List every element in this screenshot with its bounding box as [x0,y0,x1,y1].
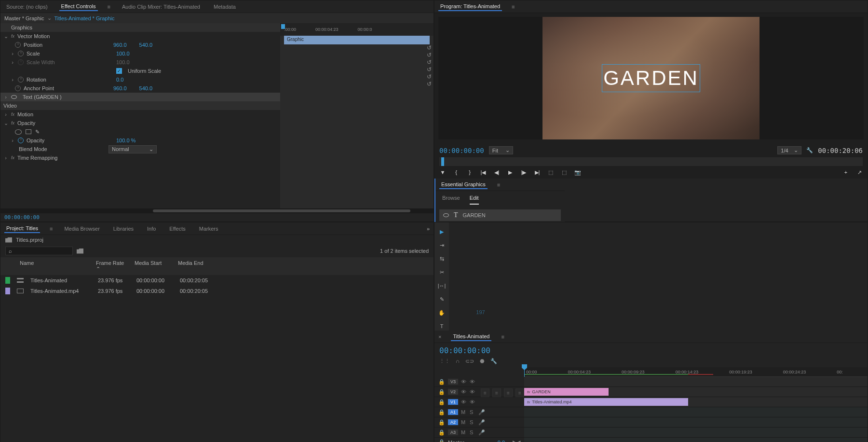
solo-icon[interactable]: S [470,419,475,425]
tab-info[interactable]: Info [145,225,158,233]
justify-icon[interactable]: ≡ [504,388,513,397]
track-v1[interactable]: V1 [448,399,458,405]
master-vol[interactable]: 0.0 [498,440,505,442]
scale-h[interactable]: 197 [476,309,485,315]
tab-media[interactable]: Media Browser [62,225,101,233]
lock-icon[interactable]: 🔒 [438,419,445,426]
track-v2[interactable]: V2 [448,389,458,395]
fit-select[interactable]: Fit⌄ [489,146,513,154]
tab-audio-mixer[interactable]: Audio Clip Mixer: Titles-Animated [120,3,202,11]
eye-icon[interactable]: 👁 [470,379,475,385]
blend-mode-select[interactable]: Normal⌄ [108,145,157,153]
stopwatch-icon[interactable] [18,77,24,83]
mute-icon[interactable]: M [461,409,467,415]
folder-icon[interactable] [5,237,12,243]
color-tag[interactable] [5,277,10,284]
position-x[interactable]: 960.0 [113,42,127,48]
caret-icon[interactable]: › [3,155,8,161]
playhead-handle[interactable] [281,24,285,29]
caret-icon[interactable]: › [3,111,8,117]
caret-icon[interactable]: › [10,77,15,83]
from-to-icon[interactable]: ▶◀ [513,439,520,442]
stopwatch-icon[interactable] [15,42,21,48]
ripple-tool-icon[interactable]: ⇆ [437,254,446,263]
position-y[interactable]: 540.0 [139,42,153,48]
tab-menu-icon[interactable]: ≡ [50,226,53,232]
stopwatch-icon[interactable] [15,85,21,91]
mask-pen-icon[interactable]: ✎ [35,129,40,135]
justify-icon[interactable]: ≡ [481,388,489,397]
eye-icon[interactable]: 👁 [470,399,475,405]
project-item[interactable]: Titles-Animated.mp4 23.976 fps 00:00:00:… [0,286,434,296]
tab-effect-controls[interactable]: Effect Controls [59,2,98,11]
stopwatch-icon[interactable] [18,51,24,56]
camera-icon[interactable]: 📷 [574,169,581,176]
go-to-out-icon[interactable]: ▶| [534,169,541,176]
breadcrumb-caret[interactable]: ⌄ [47,15,52,21]
lock-icon[interactable]: 🔒 [438,429,445,436]
lock-icon[interactable]: 🔒 [438,389,445,395]
reset-icon[interactable]: ↺ [427,44,432,51]
track-lane-a1[interactable] [524,407,868,417]
filter-bins-icon[interactable] [77,249,83,254]
extract-icon[interactable]: ⬚ [561,169,568,176]
effect-motion[interactable]: Motion [17,111,33,117]
tab-essential-graphics[interactable]: Essential Graphics [439,180,488,189]
playhead-icon[interactable] [441,157,444,166]
linked-sel-icon[interactable]: ⊂⊃ [465,358,474,364]
title-text-layer[interactable]: GARDEN [602,64,700,92]
eg-tab-browse[interactable]: Browse [442,195,460,205]
marker-icon[interactable]: ⬣ [480,358,485,364]
caret-icon[interactable]: › [10,59,15,65]
voice-icon[interactable]: 🎤 [478,419,484,426]
settings-icon[interactable]: 🔧 [806,147,813,153]
eg-tab-edit[interactable]: Edit [470,195,479,205]
program-scrubber[interactable] [439,157,863,166]
track-lane-v1[interactable]: fxTitles-Animated.mp4 [524,397,868,407]
tab-menu-icon[interactable]: ≡ [108,4,110,10]
more-icon[interactable]: » [427,226,430,232]
add-button-icon[interactable]: + [842,169,849,176]
lift-icon[interactable]: ⬚ [547,169,554,176]
eg-layer-item[interactable]: T GARDEN [439,209,561,221]
mask-ellipse-icon[interactable] [15,129,22,135]
tab-menu-icon[interactable]: ≡ [501,334,504,340]
layer-text-garden[interactable]: Text (GARDEN ) [23,94,62,100]
mute-icon[interactable]: M [461,429,467,435]
step-back-icon[interactable]: ◀| [493,169,500,176]
timeline-timecode[interactable]: 00:00:00:00 [439,346,490,355]
tab-project[interactable]: Project: Titles [4,224,40,233]
export-icon[interactable]: ↗ [856,169,863,176]
caret-icon[interactable]: ⌄ [3,120,8,126]
effect-time-remap[interactable]: Time Remapping [17,155,57,161]
reset-icon[interactable]: ↺ [427,59,432,66]
lock-icon[interactable]: 🔒 [438,409,445,415]
toggle-output-icon[interactable]: 👁 [461,379,467,385]
voice-icon[interactable]: 🎤 [478,409,484,415]
clip-graphic[interactable]: fxGARDEN [524,388,609,396]
sequence-tab[interactable]: Titles-Animated [451,332,491,341]
track-lane-master[interactable] [524,438,868,442]
toggle-output-icon[interactable]: 👁 [461,389,467,395]
track-lane-a2[interactable] [524,417,868,428]
anchor-y[interactable]: 540.0 [139,85,153,91]
effect-vector-motion[interactable]: Vector Motion [17,33,50,39]
col-name[interactable]: Name [5,259,92,273]
tab-libraries[interactable]: Libraries [111,225,136,233]
lock-icon[interactable]: 🔒 [438,399,445,405]
track-a2[interactable]: A2 [448,419,458,425]
eye-icon[interactable] [443,213,449,217]
ec-timecode[interactable]: 00:00:00:00 [0,213,434,221]
tab-program[interactable]: Program: Titles-Animated [438,2,502,11]
ec-timeline-ruler[interactable]: :00:00 00:00:04:23 00:00:0 [280,23,434,36]
col-fps[interactable]: Frame Rate ⌃ [92,259,131,273]
tab-metadata[interactable]: Metadata [212,3,238,11]
track-lane-a3[interactable] [524,428,868,438]
track-a1[interactable]: A1 [448,409,458,415]
track-lane-v2[interactable]: fxGARDEN [524,387,868,397]
solo-icon[interactable]: S [470,429,475,435]
ec-clip-bar[interactable]: Graphic [284,36,430,44]
color-tag[interactable] [5,288,10,294]
track-select-tool-icon[interactable]: ⇥ [437,241,446,249]
tab-source[interactable]: Source: (no clips) [4,3,50,11]
